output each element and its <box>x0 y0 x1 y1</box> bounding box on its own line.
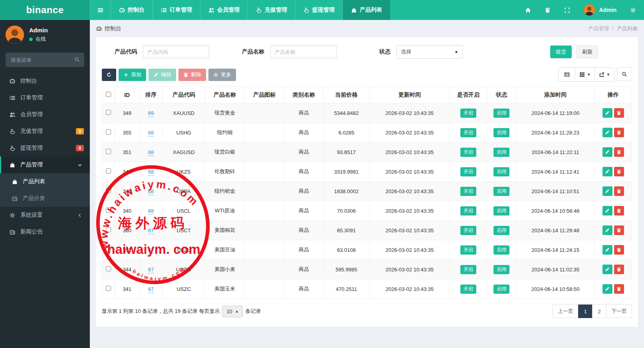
nav-item-recharge[interactable]: 充值管理 <box>248 0 295 20</box>
select-all-checkbox[interactable] <box>106 92 111 97</box>
submit-button[interactable]: 提交 <box>550 45 572 58</box>
more-button[interactable]: 更多 <box>208 69 236 81</box>
delete-button[interactable]: 删除 <box>178 69 206 81</box>
row-checkbox[interactable] <box>106 286 111 291</box>
open-badge[interactable]: 开启 <box>460 148 476 157</box>
sort-link[interactable]: 67 <box>148 267 154 273</box>
sidebar-search-input[interactable] <box>6 53 84 67</box>
sidebar-item-dashboard[interactable]: 控制台 <box>0 73 90 89</box>
row-checkbox[interactable] <box>106 247 111 252</box>
breadcrumb-parent[interactable]: 产品管理 <box>588 25 609 32</box>
open-badge[interactable]: 开启 <box>460 285 476 294</box>
page-2-button[interactable]: 2 <box>592 304 606 318</box>
nav-item-product-list[interactable]: 产品列表 <box>343 0 390 20</box>
add-button[interactable]: 添加 <box>119 69 146 81</box>
sort-link[interactable]: 67 <box>148 247 154 254</box>
code-filter-input[interactable] <box>143 45 209 58</box>
brand-logo[interactable]: binance <box>0 0 90 20</box>
sort-link[interactable]: 67 <box>148 227 154 234</box>
open-badge[interactable]: 开启 <box>460 226 476 235</box>
detail-view-button[interactable] <box>559 68 575 81</box>
row-checkbox[interactable] <box>106 266 111 271</box>
status-select[interactable]: 选择 ▼ <box>396 45 463 59</box>
open-badge[interactable]: 开启 <box>460 128 476 137</box>
nav-item-withdraw[interactable]: 提现管理 <box>295 0 343 20</box>
search-icon[interactable] <box>74 57 80 62</box>
delete-row-button[interactable] <box>614 225 624 235</box>
export-button[interactable]: ▼ <box>595 68 614 81</box>
name-filter-input[interactable] <box>270 45 337 58</box>
delete-row-button[interactable] <box>614 265 624 274</box>
prev-page-button[interactable]: 上一页 <box>553 304 579 318</box>
row-checkbox[interactable] <box>106 168 111 174</box>
breadcrumb-dashboard[interactable]: 控制台 <box>105 25 121 32</box>
trash-icon <box>183 72 188 77</box>
cell-category: 商品 <box>284 221 323 240</box>
sort-link[interactable]: 68 <box>148 188 154 195</box>
open-badge[interactable]: 开启 <box>460 245 476 255</box>
open-badge[interactable]: 开启 <box>460 167 476 176</box>
next-page-button[interactable]: 下一页 <box>606 304 632 318</box>
sort-link[interactable]: 68 <box>148 130 154 136</box>
edit-row-button[interactable] <box>602 167 612 176</box>
columns-button[interactable]: ▼ <box>575 68 595 81</box>
user-menu[interactable]: Admin <box>584 4 616 16</box>
home-icon[interactable] <box>525 7 531 13</box>
delete-row-button[interactable] <box>614 284 624 294</box>
open-badge[interactable]: 开启 <box>460 187 476 196</box>
sort-link[interactable]: 67 <box>148 286 154 293</box>
delete-row-button[interactable] <box>614 108 624 118</box>
sidebar-item-members[interactable]: 会员管理 <box>0 106 90 123</box>
reload-table-button[interactable] <box>102 69 116 81</box>
row-checkbox[interactable] <box>106 149 111 154</box>
edit-row-button[interactable] <box>602 225 612 235</box>
open-badge[interactable]: 开启 <box>460 206 476 216</box>
sort-link[interactable]: 69 <box>148 110 154 117</box>
edit-row-button[interactable] <box>602 206 612 216</box>
delete-row-button[interactable] <box>614 147 624 157</box>
nav-item-dashboard[interactable]: 控制台 <box>111 0 153 20</box>
edit-button[interactable]: 编辑 <box>149 69 176 81</box>
sidebar-item-product-list[interactable]: 产品列表 <box>0 173 90 190</box>
row-checkbox[interactable] <box>106 110 111 115</box>
sidebar-item-product-management[interactable]: 产品管理 <box>0 156 90 173</box>
sort-link[interactable]: 68 <box>148 169 154 176</box>
table-search-button[interactable] <box>617 67 632 81</box>
open-badge[interactable]: 开启 <box>460 265 476 274</box>
edit-row-button[interactable] <box>602 128 612 137</box>
sidebar-item-system-settings[interactable]: 系统设置 <box>0 207 90 223</box>
sidebar-item-product-category[interactable]: 产品分类 <box>0 190 90 207</box>
delete-row-button[interactable] <box>614 245 624 255</box>
open-badge[interactable]: 开启 <box>460 109 476 118</box>
refresh-button[interactable]: 刷新 <box>577 45 598 58</box>
delete-row-button[interactable] <box>614 128 624 137</box>
page-1-button[interactable]: 1 <box>578 304 592 318</box>
sidebar-item-orders[interactable]: 订单管理 <box>0 89 90 106</box>
col-name: 产品名称 <box>205 87 245 103</box>
delete-row-button[interactable] <box>614 186 624 196</box>
edit-row-button[interactable] <box>602 186 612 196</box>
sidebar-item-recharge[interactable]: 充值管理0 <box>0 123 90 140</box>
edit-row-button[interactable] <box>602 245 612 255</box>
delete-row-button[interactable] <box>614 206 624 216</box>
edit-row-button[interactable] <box>602 108 612 118</box>
edit-row-button[interactable] <box>602 147 612 157</box>
row-checkbox[interactable] <box>106 129 111 134</box>
sidebar-toggle-button[interactable] <box>90 0 111 20</box>
nav-item-orders[interactable]: 订单管理 <box>153 0 200 20</box>
sidebar-item-withdraw[interactable]: 提现管理0 <box>0 140 90 156</box>
settings-gears-icon[interactable] <box>630 7 636 13</box>
sidebar-item-news[interactable]: 新闻公告 <box>0 223 90 240</box>
edit-row-button[interactable] <box>602 284 612 294</box>
nav-item-members[interactable]: 会员管理 <box>200 0 248 20</box>
row-checkbox[interactable] <box>106 227 111 232</box>
page-size-select[interactable]: 10 ▲ <box>222 306 243 317</box>
row-checkbox[interactable] <box>106 208 111 213</box>
trash-icon[interactable] <box>545 7 551 13</box>
edit-row-button[interactable] <box>602 265 612 274</box>
row-checkbox[interactable] <box>106 188 111 193</box>
sort-link[interactable]: 68 <box>148 149 154 156</box>
sort-link[interactable]: 68 <box>148 208 154 215</box>
fullscreen-icon[interactable] <box>564 7 570 13</box>
delete-row-button[interactable] <box>614 167 624 176</box>
